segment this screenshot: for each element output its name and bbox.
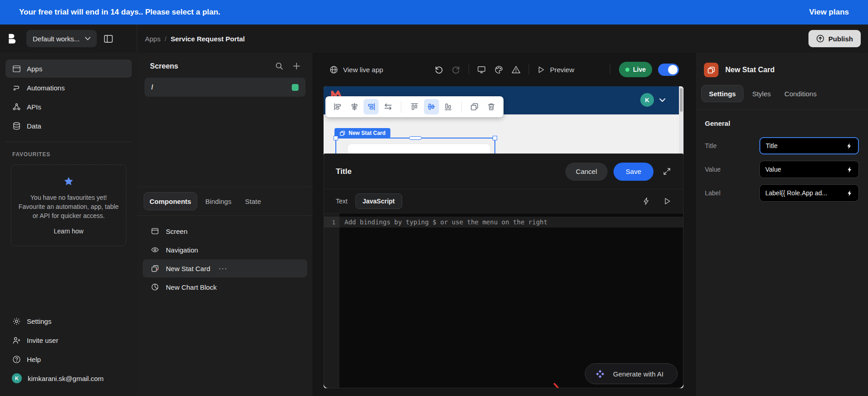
- undo-icon[interactable]: [434, 65, 444, 74]
- screen-route-item[interactable]: /: [145, 78, 305, 97]
- device-desktop-icon[interactable]: [477, 65, 486, 74]
- align-center-horizontal-button[interactable]: [347, 99, 362, 114]
- sidebar-item-apps[interactable]: Apps: [5, 59, 132, 78]
- code-editor[interactable]: 1 Add bindings by typing $ or use the me…: [324, 213, 683, 388]
- inspector-header: New Stat Card: [696, 53, 868, 85]
- preview-user-menu[interactable]: K: [640, 93, 665, 107]
- drawer-header: Title Cancel Save: [324, 154, 683, 189]
- save-button[interactable]: Save: [614, 163, 653, 181]
- sidebar-item-apis[interactable]: APIs: [5, 98, 132, 116]
- publish-button-label: Publish: [828, 35, 853, 43]
- align-top-button[interactable]: [407, 99, 422, 114]
- preview-scrollbar-thumb[interactable]: [680, 88, 683, 112]
- app-builder-window: Your free trial will end in 14 days.. Pl…: [0, 0, 868, 396]
- ai-clover-icon: [595, 369, 605, 379]
- tab-state[interactable]: State: [239, 192, 266, 210]
- user-plus-icon: [12, 336, 21, 345]
- tab-settings[interactable]: Settings: [701, 85, 743, 102]
- expand-drawer-icon[interactable]: [663, 167, 671, 176]
- sidebar-item-invite-user[interactable]: Invite user: [5, 331, 132, 349]
- tree-item-new-stat-card[interactable]: New Stat Card ···: [143, 259, 307, 277]
- generate-with-ai-button[interactable]: Generate with AI: [585, 363, 678, 384]
- sidebar-item-automations[interactable]: Automations: [5, 79, 132, 97]
- tab-text-mode[interactable]: Text: [336, 198, 348, 205]
- bindings-bolt-icon[interactable]: [642, 197, 650, 205]
- budibase-logo-icon[interactable]: [7, 33, 20, 45]
- learn-how-link[interactable]: Learn how: [16, 228, 121, 235]
- search-icon[interactable]: [275, 62, 284, 70]
- breadcrumb-apps[interactable]: Apps: [145, 35, 160, 43]
- tree-item-navigation[interactable]: Navigation: [143, 241, 307, 259]
- tree-item-label: New Chart Block: [166, 283, 217, 291]
- align-bottom-button[interactable]: [441, 99, 456, 114]
- title-field[interactable]: Title: [759, 137, 859, 154]
- editor-content[interactable]: Add bindings by typing $ or use the menu…: [339, 217, 683, 388]
- editor-placeholder-line: Add bindings by typing $ or use the menu…: [339, 217, 683, 228]
- cancel-button[interactable]: Cancel: [565, 163, 608, 181]
- topbar-left: Default works...: [0, 25, 137, 53]
- warning-icon[interactable]: [511, 65, 521, 74]
- label-field[interactable]: Label{{ Role.App ad...: [759, 184, 859, 202]
- align-left-button[interactable]: [330, 99, 345, 114]
- sidebar-item-data[interactable]: Data: [5, 117, 132, 135]
- align-right-button[interactable]: [364, 99, 379, 114]
- chart-icon: [150, 283, 160, 291]
- title-field-value: Title: [766, 142, 842, 149]
- tab-bindings[interactable]: Bindings: [200, 192, 237, 210]
- component-tree: Screen Navigation New Stat Card ···: [137, 216, 313, 297]
- add-screen-icon[interactable]: [292, 62, 301, 70]
- resize-handle-top-right[interactable]: [493, 136, 497, 140]
- delete-button[interactable]: [484, 99, 499, 114]
- align-middle-vertical-button[interactable]: [424, 99, 439, 114]
- value-field[interactable]: Value: [759, 161, 859, 178]
- gear-icon: [12, 317, 21, 326]
- tab-components[interactable]: Components: [144, 192, 197, 210]
- tree-item-screen[interactable]: Screen: [143, 222, 307, 240]
- tab-javascript-mode[interactable]: JavaScript: [355, 193, 402, 209]
- toolbar-divider: [469, 64, 469, 74]
- drawer-title: Title: [336, 167, 565, 176]
- tree-item-new-chart-block[interactable]: New Chart Block: [143, 278, 307, 296]
- swap-direction-button[interactable]: [380, 99, 395, 114]
- run-icon[interactable]: [663, 197, 671, 205]
- more-options-icon[interactable]: ···: [219, 265, 228, 272]
- redo-icon[interactable]: [451, 65, 461, 74]
- live-toggle[interactable]: [658, 64, 679, 76]
- preview-user-avatar: K: [640, 93, 654, 107]
- binding-drawer: Title Cancel Save Text JavaScript: [324, 153, 683, 388]
- binding-bolt-icon[interactable]: [846, 143, 853, 149]
- resize-handle-top-center[interactable]: [409, 136, 422, 140]
- workspace-selector[interactable]: Default works...: [26, 30, 97, 47]
- live-status-label: Live: [633, 66, 646, 73]
- automations-icon: [12, 84, 21, 92]
- sidebar-item-label: Help: [27, 356, 41, 363]
- sidebar-item-settings[interactable]: Settings: [5, 312, 132, 330]
- publish-button[interactable]: Publish: [808, 30, 861, 47]
- theme-palette-icon[interactable]: [494, 65, 504, 74]
- route-status-badge: [292, 84, 299, 91]
- tab-styles[interactable]: Styles: [747, 85, 776, 102]
- resize-handle-top-left[interactable]: [334, 136, 338, 140]
- binding-bolt-icon[interactable]: [846, 166, 853, 173]
- screens-panel: Screens / Components Bindings State: [137, 53, 313, 396]
- account-menu[interactable]: K kimkarani.sk@gmail.com: [5, 369, 132, 387]
- field-row-value: Value Value: [705, 161, 859, 178]
- sidebar-item-label: Settings: [27, 317, 51, 325]
- main-layout: Apps Automations APIs Data: [0, 53, 868, 396]
- view-live-app-button[interactable]: View live app: [329, 65, 383, 74]
- chevron-down-icon: [85, 37, 90, 40]
- play-icon[interactable]: [537, 65, 545, 74]
- globe-icon: [329, 65, 338, 74]
- sidebar-toggle-icon[interactable]: [104, 34, 113, 44]
- field-row-title: Title Title: [705, 137, 859, 154]
- editor-gutter: 1: [324, 213, 339, 388]
- preview-button-label[interactable]: Preview: [550, 66, 574, 74]
- duplicate-button[interactable]: [467, 99, 482, 114]
- tab-conditions[interactable]: Conditions: [779, 85, 822, 102]
- binding-bolt-icon[interactable]: [846, 190, 853, 197]
- screen-route-path: /: [151, 84, 153, 91]
- help-icon: [12, 355, 21, 364]
- view-plans-link[interactable]: View plans: [809, 8, 849, 17]
- sidebar-item-help[interactable]: Help: [5, 350, 132, 368]
- canvas-toolbar: View live app: [313, 53, 695, 86]
